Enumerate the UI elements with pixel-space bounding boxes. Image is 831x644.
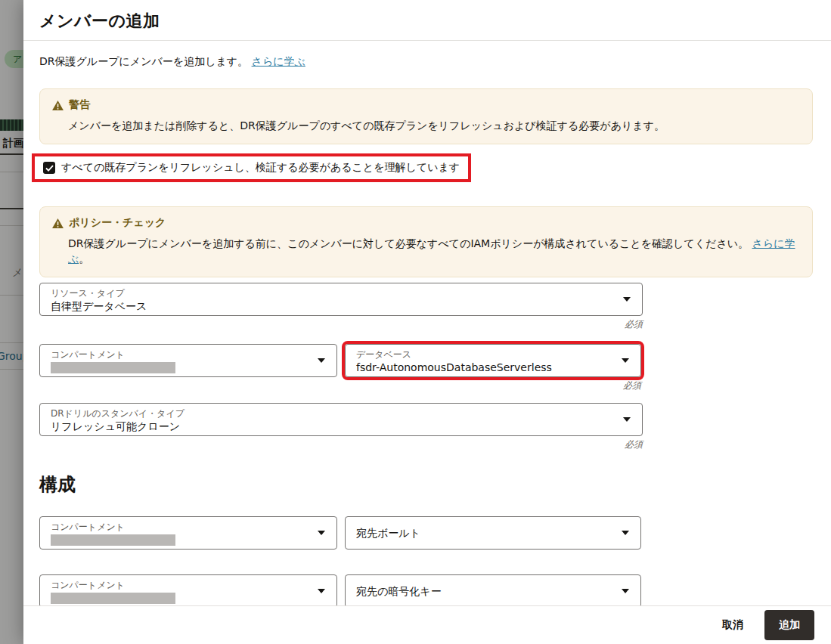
vault-compartment-label: コンパートメント	[51, 522, 311, 533]
chevron-down-icon	[318, 531, 325, 535]
warning-banner-header: 警告	[52, 98, 800, 112]
policy-check-title: ポリシー・チェック	[69, 216, 166, 230]
key-compartment-select[interactable]: コンパートメント	[39, 574, 337, 605]
resource-type-label: リソース・タイプ	[51, 288, 616, 299]
chevron-down-icon	[318, 589, 325, 593]
description-text: DR保護グループにメンバーを追加します。	[39, 55, 248, 67]
cancel-button[interactable]: 取消	[722, 618, 743, 632]
chevron-down-icon	[622, 358, 629, 363]
destination-key-select[interactable]: 宛先の暗号化キー	[345, 574, 641, 605]
vault-row: コンパートメント 宛先ボールト	[39, 516, 815, 550]
compartment-select[interactable]: コンパートメント	[39, 344, 337, 377]
redacted-value	[51, 362, 175, 373]
database-select[interactable]: データベース fsdr-AutonomousDatabaseServerless	[345, 344, 641, 377]
acknowledge-annotation-box: すべての既存プランをリフレッシュし、検証する必要があることを理解しています	[32, 153, 471, 182]
warning-body: メンバーを追加または削除すると、DR保護グループのすべての既存プランをリフレッシ…	[68, 118, 800, 133]
database-label: データベース	[356, 349, 615, 361]
configuration-section-title: 構成	[39, 472, 815, 497]
policy-banner-header: ポリシー・チェック	[52, 216, 800, 230]
vault-field: 宛先ボールト	[345, 516, 641, 550]
standby-type-select[interactable]: DRドリルのスタンバイ・タイプ リフレッシュ可能クローン	[39, 403, 643, 436]
policy-check-text: DR保護グループにメンバーを追加する前に、このメンバーに対して必要なすべてのIA…	[68, 237, 749, 249]
compartment-label: コンパートメント	[51, 349, 311, 361]
redacted-value	[51, 593, 175, 604]
warning-banner: 警告 メンバーを追加または削除すると、DR保護グループのすべての既存プランをリフ…	[39, 88, 813, 144]
dialog-description: DR保護グループにメンバーを追加します。 さらに学ぶ	[39, 55, 815, 69]
required-hint: 必須	[345, 379, 641, 392]
required-hint: 必須	[39, 318, 643, 331]
acknowledge-checkbox-label[interactable]: すべての既存プランをリフレッシュし、検証する必要があることを理解しています	[61, 161, 460, 175]
add-button[interactable]: 追加	[764, 610, 814, 640]
redacted-value	[51, 534, 175, 546]
policy-period: 。	[79, 252, 89, 265]
chevron-down-icon	[622, 589, 629, 593]
destination-vault-select[interactable]: 宛先ボールト	[345, 516, 641, 550]
chevron-down-icon	[318, 358, 325, 363]
resource-type-value: 自律型データベース	[51, 299, 616, 314]
dialog-title: メンバーの追加	[39, 10, 815, 33]
database-row: コンパートメント データベース fsdr-AutonomousDatabaseS…	[39, 344, 815, 392]
policy-check-banner: ポリシー・チェック DR保護グループにメンバーを追加する前に、このメンバーに対し…	[39, 206, 813, 277]
learn-more-link[interactable]: さらに学ぶ	[252, 55, 305, 67]
destination-vault-label: 宛先ボールト	[356, 526, 420, 540]
warning-icon	[52, 218, 64, 228]
chevron-down-icon	[623, 417, 631, 422]
dialog-body: DR保護グループにメンバーを追加します。 さらに学ぶ 警告 メンバーを追加または…	[23, 41, 831, 605]
encryption-key-row: コンパートメント 宛先の暗号化キー	[39, 574, 815, 605]
dialog-footer: 取消 追加	[23, 605, 831, 644]
acknowledge-checkbox[interactable]	[43, 162, 55, 174]
destination-key-label: 宛先の暗号化キー	[356, 584, 442, 599]
policy-check-body: DR保護グループにメンバーを追加する前に、このメンバーに対して必要なすべてのIA…	[68, 236, 800, 266]
database-field: データベース fsdr-AutonomousDatabaseServerless…	[345, 344, 641, 392]
warning-title: 警告	[69, 98, 90, 112]
key-field: 宛先の暗号化キー	[345, 574, 641, 605]
chevron-down-icon	[623, 297, 631, 302]
compartment-field: コンパートメント	[39, 344, 337, 377]
dialog-header: メンバーの追加	[23, 0, 831, 41]
vault-compartment-field: コンパートメント	[39, 516, 337, 550]
standby-type-label: DRドリルのスタンバイ・タイプ	[51, 408, 616, 420]
key-compartment-label: コンパートメント	[51, 580, 311, 591]
standby-type-value: リフレッシュ可能クローン	[51, 420, 616, 434]
chevron-down-icon	[622, 531, 629, 535]
resource-type-select[interactable]: リソース・タイプ 自律型データベース	[39, 283, 643, 316]
vault-compartment-select[interactable]: コンパートメント	[39, 516, 337, 550]
resource-type-field: リソース・タイプ 自律型データベース 必須	[39, 283, 815, 331]
warning-icon	[52, 101, 64, 110]
required-hint: 必須	[39, 438, 643, 451]
add-member-dialog: メンバーの追加 DR保護グループにメンバーを追加します。 さらに学ぶ 警告 メン…	[23, 0, 831, 644]
database-value: fsdr-AutonomousDatabaseServerless	[356, 361, 615, 375]
standby-type-field: DRドリルのスタンバイ・タイプ リフレッシュ可能クローン 必須	[39, 403, 815, 451]
key-compartment-field: コンパートメント	[39, 574, 337, 605]
screen: ア 計画 メ Group メンバーの追加 DR保護グループにメンバーを追加します…	[0, 0, 831, 644]
